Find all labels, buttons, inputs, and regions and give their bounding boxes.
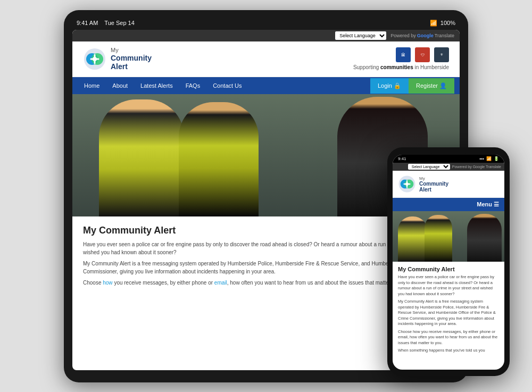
phone-nav-bar: Menu ☰ bbox=[393, 198, 504, 211]
logo-icon bbox=[83, 47, 106, 71]
logo-my: My bbox=[111, 47, 152, 54]
phone-logo-community: Community bbox=[419, 181, 448, 187]
svg-point-7 bbox=[405, 182, 409, 186]
phone-wifi-icon: 📶 bbox=[486, 156, 492, 161]
supporting-text: Supporting communities in Humberside bbox=[353, 64, 449, 70]
logo-area: My Community Alert bbox=[83, 47, 152, 72]
phone-logo-alert: Alert bbox=[419, 187, 448, 193]
powered-by-label: Powered by bbox=[390, 33, 416, 38]
google-label: Google bbox=[417, 33, 434, 38]
phone-content-para-4: When something happens that you've told … bbox=[398, 348, 499, 354]
choose-label: Choose bbox=[83, 280, 103, 286]
phone-content-para-2: My Community Alert is a free messaging s… bbox=[398, 299, 499, 327]
phone-content-title: My Community Alert bbox=[398, 266, 499, 272]
supporting-pre: Supporting bbox=[353, 64, 380, 70]
tablet-wifi-icon: 📶 bbox=[430, 20, 437, 27]
translate-bar: Select Language Powered by Google Transl… bbox=[72, 30, 460, 41]
phone-language-select[interactable]: Select Language bbox=[408, 164, 450, 170]
phone-logo-icon bbox=[398, 175, 416, 193]
phone-status-bar: 9:41 ▪▪▪ 📶 🔋 bbox=[393, 155, 504, 163]
logo-alert: Alert bbox=[111, 62, 152, 71]
phone-translate-bar: Select Language Powered by Google Transl… bbox=[393, 163, 504, 171]
phone-device: 9:41 ▪▪▪ 📶 🔋 Select Language Powered by … bbox=[387, 147, 510, 376]
phone-signal-icon: ▪▪▪ bbox=[479, 156, 484, 161]
header-right: 🏛 🛡 ⚜ Supporting communities in Humbersi… bbox=[353, 47, 449, 70]
nav-contact-us[interactable]: Contact Us bbox=[206, 77, 248, 94]
phone-notch bbox=[430, 147, 467, 155]
logo-community: Community bbox=[111, 54, 152, 63]
tablet-date: Tue Sep 14 bbox=[104, 20, 134, 26]
partner-logo-1: 🏛 bbox=[396, 47, 411, 62]
nav-bar: Home About Latest Alerts FAQs Contact Us… bbox=[72, 77, 460, 94]
phone-content-area: My Community Alert Have you ever seen a … bbox=[393, 262, 504, 360]
phone-translate-text: Powered by Google Translate bbox=[452, 165, 501, 169]
language-select[interactable]: Select Language bbox=[335, 31, 386, 40]
phone-screen: 9:41 ▪▪▪ 📶 🔋 Select Language Powered by … bbox=[393, 155, 504, 370]
phone-logo-text: My Community Alert bbox=[419, 176, 448, 193]
svg-point-3 bbox=[93, 57, 97, 61]
phone-content-para-3: Choose how you receive messages, by eith… bbox=[398, 329, 499, 346]
partner-logo-2: 🛡 bbox=[415, 47, 430, 62]
partner-logos: 🏛 🛡 ⚜ bbox=[353, 47, 449, 62]
phone-content-para-1: Have you ever seen a police car or fire … bbox=[398, 274, 499, 297]
login-button[interactable]: Login 🔒 bbox=[370, 78, 409, 94]
supporting-post: in Humberside bbox=[413, 64, 449, 70]
nav-faqs[interactable]: FAQs bbox=[179, 77, 207, 94]
nav-about[interactable]: About bbox=[106, 77, 134, 94]
phone-hero-image bbox=[393, 211, 504, 262]
partner-logo-3: ⚜ bbox=[434, 47, 449, 62]
tablet-battery: 100% bbox=[440, 20, 455, 26]
logo-text: My Community Alert bbox=[111, 47, 152, 72]
receive-text: you receive messages, by either phone or bbox=[113, 280, 214, 286]
email-link[interactable]: email bbox=[214, 280, 227, 286]
site-header: My Community Alert 🏛 🛡 ⚜ Supporting comm… bbox=[72, 41, 460, 78]
how-link[interactable]: how bbox=[103, 280, 112, 286]
rest-text: , how often you want to hear from us and… bbox=[227, 280, 406, 286]
nav-latest-alerts[interactable]: Latest Alerts bbox=[134, 77, 179, 94]
tablet-status-bar: 9:41 AM Tue Sep 14 📶 100% bbox=[72, 20, 460, 30]
supporting-bold: communities bbox=[380, 64, 413, 70]
phone-logo-my: My bbox=[419, 176, 448, 181]
phone-menu-label[interactable]: Menu ☰ bbox=[477, 201, 499, 208]
translate-label: Translate bbox=[435, 33, 454, 38]
phone-header: My Community Alert bbox=[393, 171, 504, 198]
phone-time: 9:41 bbox=[398, 156, 406, 161]
nav-home[interactable]: Home bbox=[78, 77, 106, 94]
register-button[interactable]: Register 👤 bbox=[409, 78, 454, 94]
tablet-time: 9:41 AM bbox=[77, 20, 98, 26]
google-translate-label: Powered by Google Translate bbox=[390, 33, 454, 38]
phone-battery-icon: 🔋 bbox=[494, 156, 499, 161]
